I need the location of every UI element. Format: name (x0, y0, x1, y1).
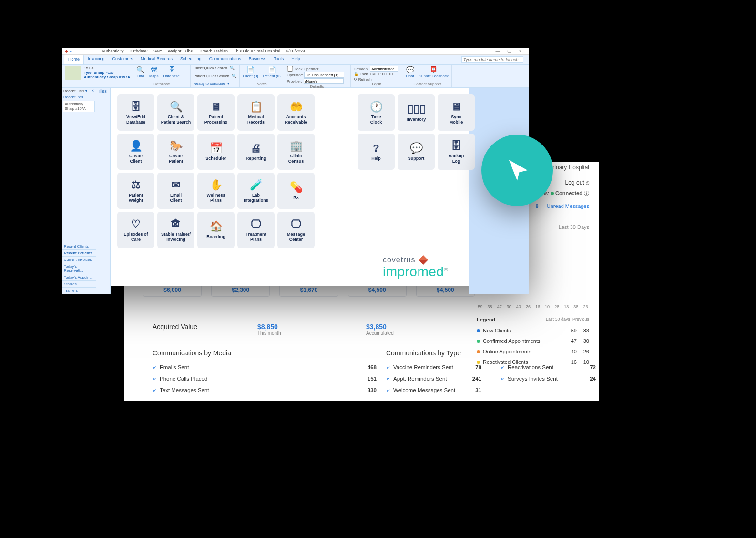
lock-operator-checkbox[interactable] (287, 66, 293, 72)
comms-row: Vaccine Reminders Sent78 (386, 362, 481, 373)
x-tick-label: 26 (582, 304, 589, 309)
find-button[interactable]: 🔍Find (136, 66, 144, 78)
sidebar-nav-current-invoices[interactable]: Current Invoices (62, 256, 96, 263)
menu-customers[interactable]: Customers (109, 55, 137, 64)
sidebar-nav-trainers[interactable]: Trainers (62, 287, 96, 294)
notes-patient-button[interactable]: 📄Patient (0) (263, 66, 281, 78)
minimize-button[interactable]: — (492, 49, 503, 53)
tile-patient-weight[interactable]: ⚖PatientWeight (117, 173, 154, 209)
menu-scheduling[interactable]: Scheduling (176, 55, 205, 64)
sidebar-nav-recent-patients[interactable]: Recent Patients (62, 249, 96, 256)
menu-business[interactable]: Business (245, 55, 270, 64)
tile-help[interactable]: ?Help (358, 134, 395, 170)
tile-email-client[interactable]: ✉EmailClient (157, 173, 194, 209)
comms-row: Appt. Reminders Sent241 (386, 373, 481, 384)
notes-client-button[interactable]: 📄Client (0) (243, 66, 258, 78)
desktop-select[interactable] (370, 66, 398, 72)
tile-lab-integrations[interactable]: 🧪LabIntegrations (237, 173, 275, 209)
tile-treatment-plans[interactable]: 🖵TreatmentPlans (237, 212, 275, 248)
tile-icon: 🖵 (251, 218, 261, 230)
tile-clinic-census[interactable]: 🏢ClinicCensus (277, 134, 315, 170)
tiles-tab[interactable]: Tiles (96, 88, 111, 294)
recent-lists-header[interactable]: Recent Lists ▾ ✕ (62, 88, 96, 94)
feedback-button[interactable]: 📮Submit Feedback (419, 66, 449, 78)
menu-invoicing[interactable]: Invoicing (84, 55, 109, 64)
sidebar-nav-stables[interactable]: Stables (62, 280, 96, 287)
tile-icon: 📅 (210, 142, 223, 154)
x-tick-label: 18 (563, 304, 570, 309)
tab-unread-messages[interactable]: 8 Unread Messages (536, 203, 589, 209)
info-icon: ⓘ (584, 190, 589, 196)
tile-icon: 💬 (410, 142, 423, 154)
operator-select[interactable] (304, 72, 344, 78)
maps-button[interactable]: 🗺Maps (149, 66, 159, 78)
tile-icon: 🖵 (291, 218, 301, 230)
tile-sync-mobile[interactable]: 🖥SyncMobile (438, 94, 475, 131)
left-sidebar: Recent Lists ▾ ✕ Recent Pati... Authenti… (62, 88, 96, 294)
impromed-brand: covetrus impromed® (383, 256, 448, 279)
patient-thumbnail[interactable] (65, 66, 81, 80)
comms-row: Phone Calls Placed151 (153, 373, 377, 384)
chat-button[interactable]: 💬Chat (406, 66, 414, 78)
module-launch-input[interactable] (458, 55, 527, 64)
tile-patient-processing[interactable]: 🖥PatientProcessing (197, 94, 235, 131)
database-button[interactable]: 🗄Database (163, 66, 179, 78)
sidebar-nav-recent-clients[interactable]: Recent Clients (62, 243, 96, 249)
acquired-accumulated: $3,850 (366, 323, 387, 331)
tile-create-patient[interactable]: 🐎CreatePatient (157, 134, 194, 170)
menu-tools[interactable]: Tools (270, 55, 287, 64)
tile-stable-trainer-invoicing[interactable]: 🏚Stable Trainer/Invoicing (157, 212, 194, 248)
tile-time-clock[interactable]: 🕐TimeClock (358, 94, 395, 131)
tile-icon: 🏢 (290, 140, 303, 152)
play-button[interactable] (481, 134, 553, 206)
tile-create-client[interactable]: 👤CreateClient (117, 134, 154, 170)
tile-view-edit-database[interactable]: 🗄View/EditDatabase (117, 94, 154, 131)
play-cursor-icon (505, 158, 530, 183)
tile-icon: ? (373, 142, 379, 154)
tile-accounts-receivable[interactable]: 🤲AccountsReceivable (277, 94, 315, 131)
menu-help[interactable]: Help (287, 55, 304, 64)
status-dot-icon (551, 192, 554, 195)
tile-scheduler[interactable]: 📅Scheduler (197, 134, 235, 170)
provider-select[interactable] (304, 78, 344, 84)
tile-blank (317, 173, 355, 209)
impromed-window: ◆ ▴ Authenticity Birthdate: Sex: Weight:… (62, 48, 529, 286)
tile-icon: 📋 (250, 101, 263, 113)
acquired-value-row: Acquired Value $8,850 This month $3,850 … (153, 315, 475, 336)
tile-message-center[interactable]: 🖵MessageCenter (277, 212, 315, 248)
close-button[interactable]: ✕ (515, 49, 526, 53)
acquired-title: Acquired Value (153, 323, 257, 336)
tile-wellness-plans[interactable]: ✋WellnessPlans (197, 173, 235, 209)
sidebar-nav-today-s-reservati-[interactable]: Today's Reservati... (62, 263, 96, 274)
tile-rx[interactable]: 💊Rx (277, 173, 315, 209)
recent-patients-header[interactable]: Recent Pati... (62, 94, 96, 100)
x-tick-label: 38 (572, 304, 580, 309)
menu-communications[interactable]: Communications (205, 55, 245, 64)
ribbon: 157 A Tyler Sharp #157 Authenticity Shar… (62, 65, 529, 88)
maximize-button[interactable]: ▢ (503, 49, 515, 53)
tile-support[interactable]: 💬Support (398, 134, 435, 170)
tile-reporting[interactable]: 🖨Reporting (237, 134, 275, 170)
tile-boarding[interactable]: 🏠Boarding (197, 212, 235, 248)
recent-patient-item[interactable]: Authenticity Sharp #157A (63, 101, 95, 112)
legend-row: New Clients5938 (477, 325, 589, 336)
menu-medical-records[interactable]: Medical Records (137, 55, 176, 64)
window-titlebar: ◆ ▴ Authenticity Birthdate: Sex: Weight:… (62, 48, 529, 55)
menu-home[interactable]: Home (64, 55, 84, 64)
patient-info: 157 A Tyler Sharp #157 Authenticity Shar… (84, 66, 130, 80)
tile-icon: ✋ (210, 179, 223, 191)
tile-icon: ♡ (131, 218, 141, 230)
tile-medical-records[interactable]: 📋MedicalRecords (237, 94, 275, 131)
tile-blank (438, 212, 475, 248)
sidebar-nav-today-s-appoint-[interactable]: Today's Appoint... (62, 274, 96, 280)
tile-icon: ⚖ (131, 179, 141, 191)
tile-backup-log[interactable]: 🗄BackupLog (438, 134, 475, 170)
legend-row: Confirmed Appointments4730 (477, 336, 589, 346)
comms-row: Text Messages Sent330 (153, 384, 377, 396)
tile-inventory[interactable]: ⌷⌷⌷Inventory (398, 94, 435, 131)
tile-client-patient-search[interactable]: 🔍Client &Patient Search (157, 94, 194, 131)
tile-icon: 💊 (290, 181, 303, 193)
refresh-button[interactable]: ↻ Refresh (354, 77, 400, 82)
comms-by-media: Communications by Media Emails Sent468Ph… (153, 349, 377, 396)
tile-episodes-of-care[interactable]: ♡Episodes ofCare (117, 212, 154, 248)
